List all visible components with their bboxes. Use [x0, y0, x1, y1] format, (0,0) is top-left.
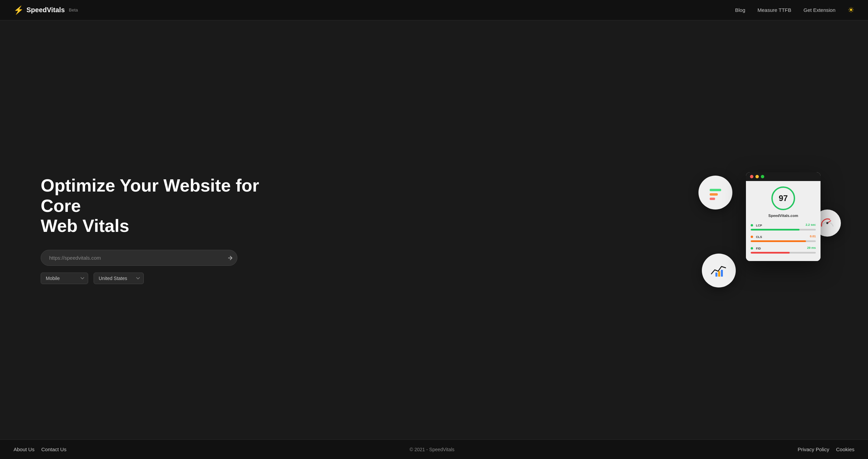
lcp-bar-fill [751, 229, 800, 231]
bars-indicator-circle [698, 176, 732, 209]
lcp-value: 2.2 sec [806, 223, 816, 226]
navbar: ⚡ SpeedVitals Beta Blog Measure TTFB Get… [0, 0, 868, 20]
speedometer-icon [819, 215, 836, 232]
analytics-icon [709, 260, 729, 281]
nav-links: Blog Measure TTFB Get Extension ☀ [735, 6, 854, 15]
fid-bar-bg [751, 252, 816, 254]
hero-title: Optimize Your Website for Core Web Vital… [41, 176, 278, 236]
footer-right: Privacy Policy Cookies [797, 446, 854, 452]
fid-value: 29 ms [807, 246, 816, 250]
nav-get-extension[interactable]: Get Extension [804, 7, 835, 13]
svg-rect-5 [718, 271, 720, 277]
svg-rect-1 [710, 189, 721, 191]
footer: About Us Contact Us © 2021 - SpeedVitals… [0, 439, 868, 459]
metric-fid: FID 29 ms [751, 245, 816, 254]
svg-point-8 [826, 222, 828, 224]
mockup-site-name: SpeedVitals.com [751, 214, 816, 218]
lcp-label: LCP [756, 224, 762, 227]
logo-beta: Beta [69, 7, 78, 13]
fid-dot [751, 247, 753, 250]
url-input[interactable] [41, 250, 237, 266]
dropdowns: Mobile Desktop United States United King… [41, 273, 278, 284]
svg-rect-2 [710, 193, 718, 196]
footer-cookies[interactable]: Cookies [836, 446, 854, 452]
device-select[interactable]: Mobile Desktop [41, 273, 88, 284]
score-circle: 97 [771, 186, 795, 210]
hero-illustration: 97 SpeedVitals.com LCP 2.2 sec [698, 162, 841, 298]
dot-green [761, 175, 764, 178]
location-select[interactable]: United States United Kingdom Germany Sin… [94, 273, 144, 284]
lcp-dot [751, 224, 753, 226]
hero-left: Optimize Your Website for Core Web Vital… [41, 176, 278, 284]
url-submit-button[interactable] [227, 255, 233, 261]
footer-privacy[interactable]: Privacy Policy [797, 446, 829, 452]
main-content: Optimize Your Website for Core Web Vital… [0, 20, 868, 439]
theme-toggle-icon[interactable]: ☀ [848, 6, 854, 15]
nav-measure-ttfb[interactable]: Measure TTFB [757, 7, 791, 13]
fid-bar-fill [751, 252, 790, 254]
cls-label: CLS [756, 235, 762, 239]
footer-about[interactable]: About Us [14, 446, 35, 452]
url-input-wrapper [41, 250, 237, 266]
footer-contact[interactable]: Contact Us [41, 446, 66, 452]
analytics-circle [702, 254, 736, 287]
mockup-card: 97 SpeedVitals.com LCP 2.2 sec [746, 172, 821, 261]
svg-rect-6 [721, 270, 723, 277]
cls-bar-fill [751, 240, 806, 242]
svg-rect-4 [715, 273, 717, 277]
cls-bar-bg [751, 240, 816, 242]
dot-red [750, 175, 753, 178]
logo-icon: ⚡ [14, 5, 24, 15]
cls-value: 0.01 [810, 235, 816, 238]
bars-icon [707, 184, 724, 201]
metric-lcp: LCP 2.2 sec [751, 222, 816, 231]
fid-label: FID [756, 247, 761, 250]
score-number: 97 [779, 194, 788, 203]
logo[interactable]: ⚡ SpeedVitals Beta [14, 5, 78, 15]
footer-left: About Us Contact Us [14, 446, 66, 452]
metric-cls: CLS 0.01 [751, 233, 816, 242]
svg-rect-3 [710, 198, 715, 200]
mockup-body: 97 SpeedVitals.com LCP 2.2 sec [746, 181, 821, 261]
dot-yellow [755, 175, 759, 178]
logo-text: SpeedVitals [26, 6, 65, 14]
lcp-bar-bg [751, 229, 816, 231]
mockup-titlebar [746, 172, 821, 181]
nav-blog[interactable]: Blog [735, 7, 745, 13]
cls-dot [751, 236, 753, 238]
footer-copyright: © 2021 - SpeedVitals [410, 447, 454, 452]
